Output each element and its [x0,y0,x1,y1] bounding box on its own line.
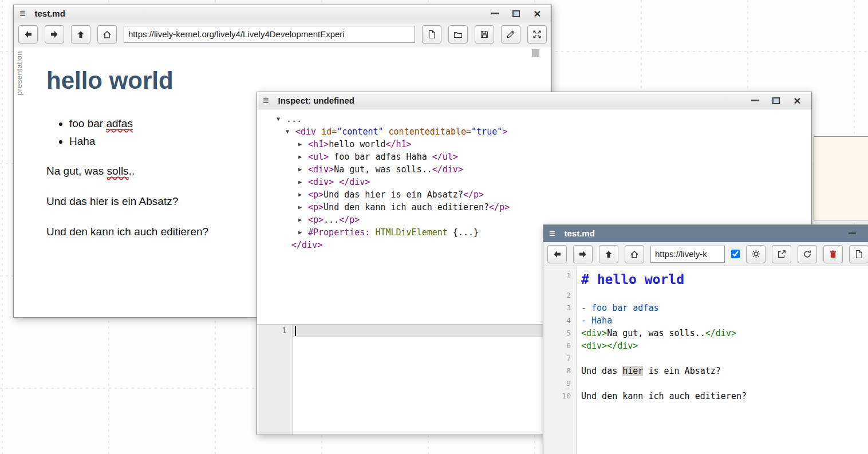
home-button[interactable] [97,25,117,44]
tree-node[interactable]: ▶<h1>hello world</h1> [257,138,811,151]
tree-node[interactable]: ▶<div> </div> [257,176,811,188]
code-line[interactable]: <div>Na gut, was solls..</div> [576,327,736,339]
maximize-button[interactable] [511,9,521,18]
save-button[interactable] [475,25,494,44]
line-number: 3 [543,302,576,314]
close-button[interactable]: × [792,96,802,105]
up-arrow-icon [76,30,85,39]
preview-heading: hello world [46,67,517,94]
window-controls: × [750,96,806,105]
url-input[interactable] [124,26,415,43]
browse-folder-button[interactable] [448,25,468,44]
pencil-icon [506,30,515,39]
url-input[interactable] [650,246,725,263]
forward-button[interactable] [45,25,64,44]
edit-button[interactable] [501,25,520,44]
code-line[interactable]: - foo bar adfas [576,302,658,314]
minimize-button[interactable] [847,228,857,238]
gear-icon [751,249,761,259]
close-icon: × [794,94,800,106]
code-row: 10Und den kann ich auch editieren? [543,390,868,402]
window-menu-icon[interactable]: ≡ [549,228,555,239]
code-line[interactable]: <div></div> [576,339,638,352]
minimize-button[interactable] [490,9,500,18]
forward-button[interactable] [573,245,593,263]
trash-icon [828,250,838,259]
home-icon [102,30,112,39]
line-number: 6 [543,339,576,352]
window-menu-icon[interactable]: ≡ [19,9,26,19]
line-number: 5 [543,327,576,339]
reload-button[interactable] [798,245,817,263]
external-link-icon [777,250,786,259]
window-title: test.md [35,9,481,18]
minimize-button[interactable] [750,96,760,105]
new-file-button[interactable] [849,245,868,263]
tree-node[interactable]: ▶<p>Und das hier is ein Absatz?</p> [257,188,811,201]
line-number: 9 [543,377,576,390]
up-button[interactable] [599,245,618,263]
open-external-button[interactable] [772,245,791,263]
titlebar[interactable]: ≡ test.md × [543,225,868,242]
line-number: 8 [543,365,576,377]
new-file-button[interactable] [422,25,441,44]
code-row: 4- Haha [543,314,868,327]
code-line[interactable]: Und das hier is ein Absatz? [576,365,721,377]
code-row: 5<div>Na gut, was solls..</div> [543,327,868,339]
desktop: ≡ test.md × presentation hello world [0,0,868,454]
titlebar[interactable]: ≡ Inspect: undefined × [257,92,811,109]
line-number-gutter [257,325,293,435]
code-line[interactable]: Und den kann ich auch editieren? [576,390,747,402]
code-line[interactable] [576,352,581,365]
code-line[interactable]: - Haha [576,314,612,327]
tree-node[interactable]: ▶<p>Und den kann ich auch editieren?</p> [257,201,811,214]
window-markdown-editor: ≡ test.md × 1# hello world23- foo bar ad… [543,224,868,454]
expand-icon [532,30,542,39]
line-number: 1 [543,270,576,282]
toolbar [543,242,868,266]
close-button[interactable]: × [532,9,542,18]
up-button[interactable] [71,25,90,44]
code-line[interactable] [576,289,581,302]
home-button[interactable] [625,245,644,263]
code-row: 1# hello world [543,270,868,289]
titlebar[interactable]: ≡ test.md × [14,5,551,22]
folder-icon [453,30,463,39]
delete-button[interactable] [823,245,843,263]
tree-node[interactable]: ▼<div id="content" contenteditable="true… [257,125,811,138]
presentation-label: presentation [15,51,23,96]
save-icon [480,30,489,39]
code-row: 9 [543,377,868,390]
maximize-button[interactable] [771,96,781,105]
settings-button[interactable] [746,245,766,263]
code-row: 6<div></div> [543,339,868,352]
code-row: 7 [543,352,868,365]
forward-arrow-icon [578,250,587,259]
back-arrow-icon [23,30,33,39]
window-menu-icon[interactable]: ≡ [263,96,269,106]
new-file-icon [427,30,436,39]
window-title: test.md [565,228,838,238]
tree-node[interactable]: ▶<ul> foo bar adfas Haha </ul> [257,151,811,163]
code-row: 3- foo bar adfas [543,302,868,314]
url-option-checkbox[interactable] [731,250,740,258]
editor-lines: 1# hello world23- foo bar adfas4- Haha5<… [543,266,868,402]
minimize-icon [751,100,759,101]
window-controls: × [847,228,868,238]
expand-button[interactable] [527,25,547,44]
code-editor[interactable]: 1# hello world23- foo bar adfas4- Haha5<… [543,266,868,454]
line-number: 10 [543,390,576,402]
scrollbar-thumb[interactable] [532,49,539,57]
line-number: 4 [543,314,576,327]
back-button[interactable] [547,245,567,263]
tree-node[interactable]: ▼... [257,113,811,125]
code-line[interactable] [576,377,581,390]
back-arrow-icon [553,250,562,259]
tree-node[interactable]: ▶<div>Na gut, was solls..</div> [257,163,811,176]
code-row: 2 [543,289,868,302]
background-panel [814,136,868,220]
up-arrow-icon [604,250,613,259]
code-line[interactable]: # hello world [576,270,684,289]
back-button[interactable] [18,25,38,44]
text-cursor [295,326,296,336]
